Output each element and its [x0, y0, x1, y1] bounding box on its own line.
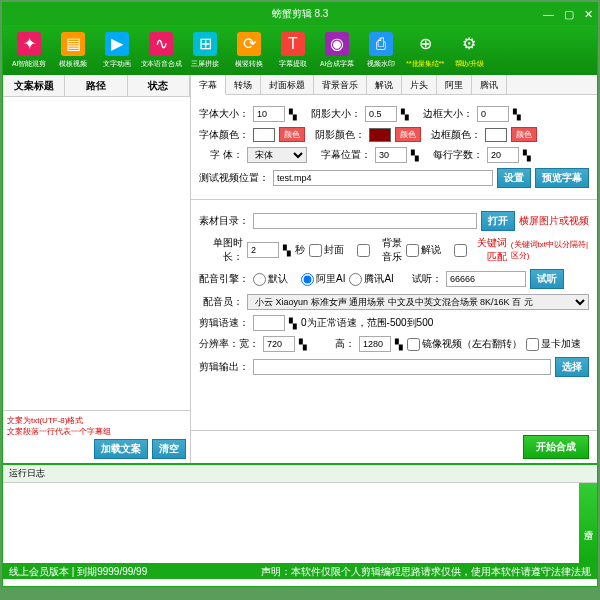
engine-tencent[interactable] [349, 273, 362, 286]
perline-label: 每行字数： [433, 148, 483, 162]
tab-2[interactable]: 封面标题 [261, 75, 314, 94]
toolbar-2[interactable]: ▶文字动画 [95, 27, 139, 73]
fontsize-input[interactable] [253, 106, 285, 122]
out-input[interactable] [253, 359, 551, 375]
toolbar-10[interactable]: ⚙帮助/升级 [447, 27, 491, 73]
compose-button[interactable]: 开始合成 [523, 435, 589, 459]
tab-0[interactable]: 字幕 [191, 75, 226, 95]
toolbar-1[interactable]: ▤模板视频 [51, 27, 95, 73]
width-input[interactable] [263, 336, 295, 352]
margin-input[interactable] [477, 106, 509, 122]
fontcolor-swatch [253, 128, 275, 142]
kw-hint: (关键词txt中以分隔符|区分) [511, 239, 589, 261]
testpath-label: 测试视频位置： [199, 171, 269, 185]
fontsize-label: 字体大小： [199, 107, 249, 121]
preview-subtitle-button[interactable]: 预览字幕 [535, 168, 589, 188]
note-format: 文案为txt(UTF-8)格式 [7, 415, 186, 426]
toolbar-9[interactable]: ⊕**批量集结** [403, 27, 447, 73]
font-label: 字 体： [199, 148, 243, 162]
tab-5[interactable]: 片头 [402, 75, 437, 94]
out-button[interactable]: 选择 [555, 357, 589, 377]
log-text[interactable] [3, 483, 579, 563]
matdir-input[interactable] [253, 213, 477, 229]
tab-3[interactable]: 背景音乐 [314, 75, 367, 94]
shadowsize-label: 阴影大小： [311, 107, 361, 121]
engine-label: 配音引擎： [199, 272, 249, 286]
res-label: 分辨率：宽： [199, 337, 259, 351]
tab-7[interactable]: 腾讯 [472, 75, 507, 94]
note-segment: 文案段落一行代表一个字幕组 [7, 426, 186, 437]
dur-input[interactable] [247, 242, 279, 258]
margin-label: 边框大小： [423, 107, 473, 121]
tab-4[interactable]: 解说 [367, 75, 402, 94]
font-select[interactable]: 宋体 [247, 147, 307, 163]
matdir-label: 素材目录： [199, 214, 249, 228]
voice-label: 配音员： [199, 295, 243, 309]
shadowcolor-label: 阴影颜色： [315, 128, 365, 142]
gpu-check[interactable] [526, 338, 539, 351]
tab-6[interactable]: 阿里 [437, 75, 472, 94]
bordercolor-label: 边框颜色： [431, 128, 481, 142]
dur-label: 单图时长： [199, 236, 243, 264]
voice-select[interactable]: 小云 Xiaoyun 标准女声 通用场景 中文及中英文混合场景 8K/16K 百… [247, 294, 589, 310]
tab-1[interactable]: 转场 [226, 75, 261, 94]
subpos-input[interactable] [375, 147, 407, 163]
speed-label: 剪辑语速： [199, 316, 249, 330]
left-panel: 文案标题 路径 状态 文案为txt(UTF-8)格式 文案段落一行代表一个字幕组… [3, 75, 191, 463]
speed-hint: 0为正常语速，范围-500到500 [301, 316, 433, 330]
try-label: 试听： [398, 272, 442, 286]
try-input[interactable] [446, 271, 526, 287]
log-clear-button[interactable]: 清空 [579, 483, 597, 563]
footer-left: 线上会员版本 | 到期9999/99/99 [9, 565, 147, 577]
toolbar-6[interactable]: T字幕提取 [271, 27, 315, 73]
height-input[interactable] [359, 336, 391, 352]
subtitle-panel: 字体大小：▚ 阴影大小：▚ 边框大小：▚ 字体颜色： 颜色 阴影颜色： 颜色 边… [191, 95, 597, 200]
shadowcolor-swatch [369, 128, 391, 142]
fontcolor-button[interactable]: 颜色 [279, 127, 305, 142]
keyword-check[interactable] [454, 244, 467, 257]
subpos-label: 字幕位置： [321, 148, 371, 162]
try-button[interactable]: 试听 [530, 269, 564, 289]
mirror-check[interactable] [407, 338, 420, 351]
toolbar-4[interactable]: ⊞三屏拼接 [183, 27, 227, 73]
app-title: 螃蟹剪辑 8.3 [272, 7, 329, 21]
col-status: 状态 [128, 75, 190, 96]
fontcolor-label: 字体颜色： [199, 128, 249, 142]
testpath-input[interactable] [273, 170, 493, 186]
bordercolor-button[interactable]: 颜色 [511, 127, 537, 142]
log-title: 运行日志 [3, 465, 597, 483]
minimize-button[interactable]: — [543, 8, 554, 21]
main-toolbar: ✦AI智能混剪▤模板视频▶文字动画∿文本语音合成⊞三屏拼接⟳横竖转换T字幕提取◉… [3, 25, 597, 75]
clear-script-button[interactable]: 清空 [152, 439, 186, 459]
settings-tabs: 字幕转场封面标题背景音乐解说片头阿里腾讯 [191, 75, 597, 95]
toolbar-7[interactable]: ◉AI合成字幕 [315, 27, 359, 73]
maximize-button[interactable]: ▢ [564, 8, 574, 21]
out-label: 剪辑输出： [199, 360, 249, 374]
toolbar-5[interactable]: ⟳横竖转换 [227, 27, 271, 73]
material-panel: 素材目录： 打开 横屏图片或视频 单图时长：▚秒 封面 背景音乐 解说 关键词匹… [191, 200, 597, 431]
shadowsize-input[interactable] [365, 106, 397, 122]
speed-input[interactable] [253, 315, 285, 331]
toolbar-0[interactable]: ✦AI智能混剪 [7, 27, 51, 73]
col-path: 路径 [65, 75, 127, 96]
cover-check[interactable] [309, 244, 322, 257]
shadowcolor-button[interactable]: 颜色 [395, 127, 421, 142]
footer-right: 声明：本软件仅限个人剪辑编程思路请求仅供，使用本软件请遵守法律法规 [261, 565, 591, 577]
load-script-button[interactable]: 加载文案 [94, 439, 148, 459]
open-dir-button[interactable]: 打开 [481, 211, 515, 231]
col-title: 文案标题 [3, 75, 65, 96]
perline-input[interactable] [487, 147, 519, 163]
bgm-check[interactable] [357, 244, 370, 257]
bordercolor-swatch [485, 128, 507, 142]
titlebar: 螃蟹剪辑 8.3 — ▢ ✕ [3, 3, 597, 25]
toolbar-8[interactable]: ⎙视频水印 [359, 27, 403, 73]
engine-ali[interactable] [301, 273, 314, 286]
h-label: 高： [311, 337, 355, 351]
mat-hint: 横屏图片或视频 [519, 214, 589, 228]
close-button[interactable]: ✕ [584, 8, 593, 21]
toolbar-3[interactable]: ∿文本语音合成 [139, 27, 183, 73]
engine-default[interactable] [253, 273, 266, 286]
narration-check[interactable] [406, 244, 419, 257]
set-button[interactable]: 设置 [497, 168, 531, 188]
script-list[interactable] [3, 97, 190, 410]
